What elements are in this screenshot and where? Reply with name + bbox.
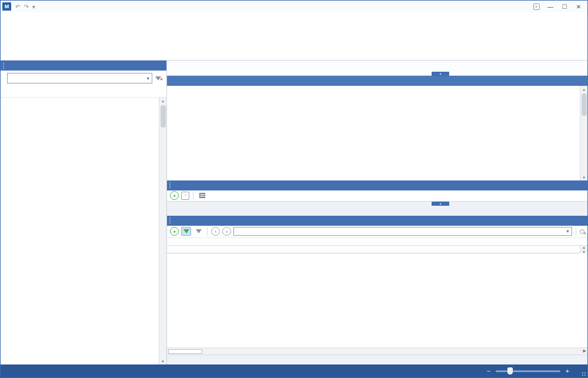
drag-handle-icon bbox=[3, 63, 4, 69]
title-bar: M ↶ ↷ ▾ + — ☐ ✕ bbox=[1, 1, 587, 12]
chevron-down-icon[interactable]: ▼ bbox=[144, 73, 152, 83]
step-wait-slider[interactable] bbox=[496, 370, 560, 372]
collapse-pill-button[interactable]: ▲ bbox=[432, 72, 449, 76]
test-step-tree bbox=[1, 98, 158, 364]
ribbon bbox=[1, 25, 587, 61]
drag-handle-icon bbox=[169, 218, 171, 223]
filter-icon[interactable] bbox=[193, 227, 203, 236]
quick-access-dropdown-icon[interactable]: ▾ bbox=[31, 4, 37, 10]
editor-scrollbar[interactable]: ▲▼ bbox=[580, 86, 587, 180]
sidebar-header[interactable] bbox=[1, 61, 166, 71]
can-body-toolbar: ● ∧ ∨ ▼ bbox=[167, 226, 587, 237]
slider-plus-icon[interactable]: + bbox=[566, 367, 569, 374]
ribbon-tab-strip bbox=[1, 12, 587, 25]
status-bar: − + bbox=[1, 364, 587, 377]
chevron-down-icon[interactable]: ▼ bbox=[564, 228, 572, 235]
trace-clock-icon[interactable]: ◔ bbox=[181, 192, 189, 200]
editor-header: ▲ bbox=[167, 76, 587, 86]
log-panel-tabs bbox=[167, 206, 587, 216]
collapse-pill-button[interactable]: ▲ bbox=[432, 202, 449, 206]
app-logo-icon: M bbox=[2, 2, 11, 11]
slider-minus-icon[interactable]: − bbox=[487, 367, 490, 374]
trace-grid-icon[interactable] bbox=[197, 191, 207, 200]
trace-run-icon[interactable]: ● bbox=[170, 191, 179, 200]
search-up-icon[interactable]: ∧ bbox=[211, 227, 220, 236]
search-input[interactable]: ▼ bbox=[233, 227, 572, 236]
app-window: M ↶ ↷ ▾ + — ☐ ✕ ▼ × bbox=[0, 0, 588, 378]
trace-toolbar: ● ◔ bbox=[167, 190, 587, 202]
refresh-icon[interactable]: ● bbox=[170, 227, 179, 236]
close-button[interactable]: ✕ bbox=[572, 2, 585, 11]
collapse-strip: ▲ bbox=[167, 202, 587, 206]
trace-window-header[interactable] bbox=[167, 180, 587, 190]
filter-combobox[interactable]: ▼ bbox=[7, 73, 152, 83]
resize-grip[interactable] bbox=[582, 372, 586, 376]
drag-handle-icon bbox=[169, 182, 171, 188]
clear-filter-icon[interactable]: × bbox=[155, 75, 163, 82]
can-body-header[interactable] bbox=[167, 216, 587, 226]
minimize-button[interactable]: — bbox=[544, 2, 557, 11]
filter-active-icon[interactable] bbox=[181, 227, 191, 236]
table-scrollbar[interactable]: ▲▼ bbox=[580, 246, 587, 253]
test-step-window-panel: ▼ × ▲▼ bbox=[1, 61, 167, 364]
can-trace-table: ▲▼ bbox=[167, 246, 587, 253]
table-horizontal-scrollbar[interactable]: ▶ bbox=[167, 347, 587, 354]
maximize-button[interactable]: ☐ bbox=[558, 2, 571, 11]
editor-toolbar bbox=[167, 61, 587, 76]
search-down-icon[interactable]: ∨ bbox=[222, 227, 231, 236]
trace-position-status bbox=[167, 237, 587, 246]
sidebar-toolbar bbox=[1, 86, 166, 98]
table-header bbox=[167, 246, 580, 253]
tree-scrollbar[interactable]: ▲▼ bbox=[159, 98, 166, 364]
pin-window-icon[interactable]: + bbox=[530, 2, 543, 11]
slider-thumb[interactable] bbox=[507, 367, 513, 374]
search-icon[interactable] bbox=[580, 229, 584, 234]
redo-icon[interactable]: ↷ bbox=[22, 4, 30, 10]
bottom-window-tabs bbox=[167, 354, 587, 364]
undo-icon[interactable]: ↶ bbox=[14, 4, 22, 10]
test-step-editor: ▲▼ bbox=[167, 86, 587, 180]
